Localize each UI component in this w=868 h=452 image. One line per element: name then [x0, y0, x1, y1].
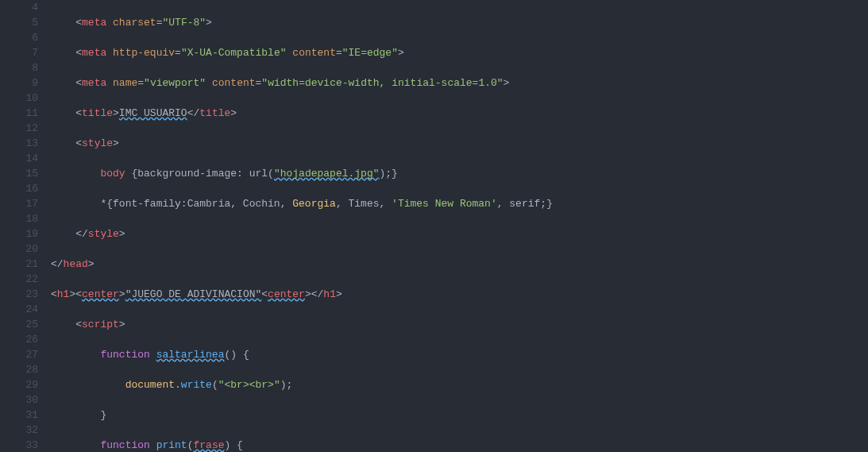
code-editor[interactable]: 4 5 6 7 8 9 10 11 12 13 14 15 16 17 18 1…: [0, 0, 868, 452]
line-number: 22: [0, 272, 38, 287]
line-number: 28: [0, 362, 38, 377]
code-line[interactable]: <meta name="viewport" content="width=dev…: [51, 75, 868, 91]
code-line[interactable]: <script>: [51, 317, 868, 332]
code-line[interactable]: *{font-family:Cambria, Cochin, Georgia, …: [51, 196, 868, 211]
line-number: 12: [0, 121, 38, 136]
code-line[interactable]: </style>: [51, 226, 868, 241]
line-number: 5: [0, 15, 38, 30]
code-content[interactable]: <meta charset="UTF-8"> <meta http-equiv=…: [51, 0, 868, 452]
line-number: 26: [0, 332, 38, 347]
code-line[interactable]: function print(frase) {: [51, 438, 868, 452]
line-number: 33: [0, 438, 38, 452]
code-line[interactable]: <h1><center>"JUEGO DE ADIVINACION"<cente…: [51, 287, 868, 302]
line-number: 21: [0, 257, 38, 272]
line-number: 11: [0, 106, 38, 121]
code-line[interactable]: <meta http-equiv="X-UA-Compatible" conte…: [51, 45, 868, 60]
line-number: 7: [0, 45, 38, 60]
line-number: 23: [0, 287, 38, 302]
line-number: 16: [0, 181, 38, 196]
code-line[interactable]: function saltarlinea() {: [51, 347, 868, 362]
line-number: 17: [0, 196, 38, 211]
line-number: 18: [0, 211, 38, 226]
line-number-gutter: 4 5 6 7 8 9 10 11 12 13 14 15 16 17 18 1…: [0, 0, 51, 452]
line-number: 30: [0, 392, 38, 408]
code-line[interactable]: <style>: [51, 136, 868, 151]
line-number: 4: [0, 0, 38, 15]
line-number: 31: [0, 408, 38, 423]
line-number: 8: [0, 60, 38, 75]
code-line[interactable]: <title>IMC USUARIO</title>: [51, 106, 868, 121]
line-number: 25: [0, 317, 38, 332]
line-number: 10: [0, 91, 38, 106]
code-line[interactable]: }: [51, 408, 868, 423]
line-number: 20: [0, 241, 38, 257]
line-number: 13: [0, 136, 38, 151]
code-line[interactable]: document.write("<br><br>");: [51, 377, 868, 392]
line-number: 29: [0, 377, 38, 392]
line-number: 6: [0, 30, 38, 45]
line-number: 27: [0, 347, 38, 362]
code-line[interactable]: </head>: [51, 257, 868, 272]
line-number: 9: [0, 75, 38, 91]
code-line[interactable]: <meta charset="UTF-8">: [51, 15, 868, 30]
line-number: 15: [0, 166, 38, 181]
line-number: 14: [0, 151, 38, 166]
line-number: 19: [0, 226, 38, 241]
code-line[interactable]: body {background-image: url("hojadepapel…: [51, 166, 868, 181]
line-number: 32: [0, 423, 38, 438]
line-number: 24: [0, 302, 38, 317]
